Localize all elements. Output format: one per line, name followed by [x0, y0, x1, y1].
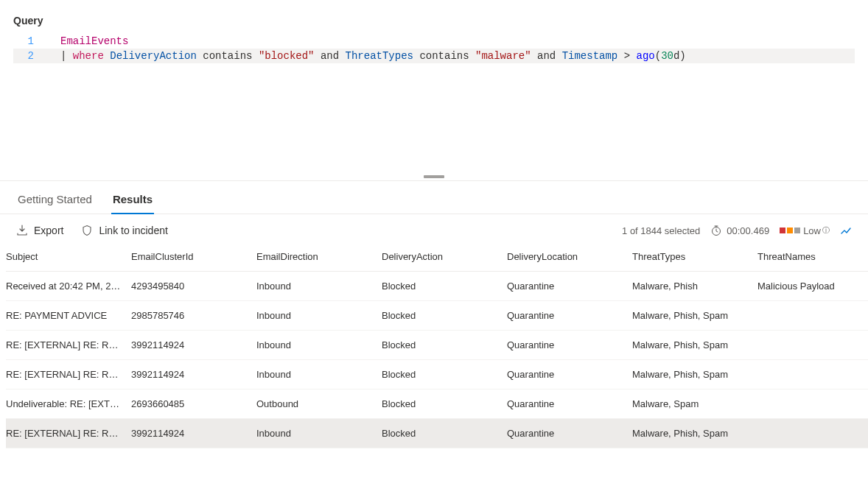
elapsed-time: 00:00.469	[710, 225, 769, 236]
cell-deliveryaction: Blocked	[382, 331, 507, 360]
cell-subject: RE: [EXTERNAL] RE: RE: …	[6, 360, 131, 389]
info-icon[interactable]: ⓘ	[822, 225, 830, 236]
col-deliverylocation[interactable]: DeliveryLocation	[507, 244, 632, 272]
cell-deliveryaction: Blocked	[382, 272, 507, 301]
cell-emailclusterid: 3992114924	[131, 360, 256, 389]
cell-emailclusterid: 2693660485	[131, 389, 256, 419]
cell-threattypes: Malware, Spam	[632, 389, 757, 419]
export-button[interactable]: Export	[16, 225, 63, 236]
col-threattypes[interactable]: ThreatTypes	[632, 244, 757, 272]
cell-subject: RE: [EXTERNAL] RE: RE: …	[6, 419, 131, 448]
results-tabs: Getting Started Results	[0, 181, 868, 214]
cell-emailclusterid: 3992114924	[131, 331, 256, 360]
table-row[interactable]: Undeliverable: RE: [EXTE…2693660485Outbo…	[6, 389, 868, 419]
token-field: ThreatTypes	[346, 50, 413, 62]
line-number: 2	[13, 49, 43, 63]
token-paren: (	[655, 50, 661, 62]
cell-threattypes: Malware, Phish, Spam	[632, 360, 757, 389]
token-paren: )	[679, 50, 685, 62]
severity-blocks-icon	[780, 228, 800, 233]
cell-emailclusterid: 2985785746	[131, 301, 256, 331]
cell-deliverylocation: Quarantine	[507, 360, 632, 389]
token-func: ago	[637, 50, 655, 62]
selection-status: 1 of 1844 selected	[622, 225, 700, 236]
cell-emaildirection: Inbound	[256, 360, 382, 389]
cell-deliverylocation: Quarantine	[507, 419, 632, 448]
cell-emailclusterid: 3992114924	[131, 419, 256, 448]
token-and: and	[321, 50, 339, 62]
token-pipe: |	[60, 50, 66, 62]
cell-deliverylocation: Quarantine	[507, 331, 632, 360]
cell-emaildirection: Outbound	[256, 389, 382, 419]
results-table-wrap: Subject EmailClusterId EmailDirection De…	[0, 244, 868, 448]
token-gt: >	[624, 50, 630, 62]
col-deliveryaction[interactable]: DeliveryAction	[382, 244, 507, 272]
col-emaildirection[interactable]: EmailDirection	[256, 244, 382, 272]
table-row[interactable]: RE: PAYMENT ADVICE2985785746InboundBlock…	[6, 301, 868, 331]
download-icon	[16, 225, 28, 236]
token-field: Timestamp	[562, 50, 618, 62]
token-string: "blocked"	[259, 50, 315, 62]
cell-threattypes: Malware, Phish	[632, 272, 757, 301]
cell-deliveryaction: Blocked	[382, 419, 507, 448]
table-row[interactable]: RE: [EXTERNAL] RE: RE: …3992114924Inboun…	[6, 419, 868, 448]
cell-subject: RE: [EXTERNAL] RE: RE: …	[6, 331, 131, 360]
tab-getting-started[interactable]: Getting Started	[16, 188, 94, 214]
token-field: DeliveryAction	[110, 50, 197, 62]
col-emailclusterid[interactable]: EmailClusterId	[131, 244, 256, 272]
export-label: Export	[34, 225, 63, 236]
results-toolbar: Export Link to incident 1 of 1844 select…	[0, 214, 868, 244]
cell-threatnames: Malicious Payload	[757, 272, 868, 301]
line-number: 1	[13, 34, 43, 49]
cell-subject: Undeliverable: RE: [EXTE…	[6, 389, 131, 419]
severity-indicator: Low ⓘ	[780, 225, 830, 236]
tab-results[interactable]: Results	[111, 188, 154, 214]
cell-deliverylocation: Quarantine	[507, 389, 632, 419]
clock-icon	[710, 225, 722, 236]
cell-subject: RE: PAYMENT ADVICE	[6, 301, 131, 331]
query-title: Query	[13, 15, 855, 27]
cell-threatnames	[757, 419, 868, 448]
chart-icon[interactable]	[840, 225, 852, 236]
cell-emailclusterid: 4293495840	[131, 272, 256, 301]
severity-label: Low	[803, 225, 821, 236]
cell-deliverylocation: Quarantine	[507, 272, 632, 301]
cell-emaildirection: Inbound	[256, 419, 382, 448]
pane-divider[interactable]	[0, 174, 868, 181]
line-content[interactable]: | where DeliveryAction contains "blocked…	[43, 49, 855, 63]
col-subject[interactable]: Subject	[6, 244, 131, 272]
table-row[interactable]: Received at 20:42 PM, 2…4293495840Inboun…	[6, 272, 868, 301]
toolbar-left: Export Link to incident	[16, 225, 168, 236]
editor-line[interactable]: 1 EmailEvents	[13, 34, 855, 49]
cell-deliveryaction: Blocked	[382, 389, 507, 419]
results-table: Subject EmailClusterId EmailDirection De…	[6, 244, 868, 448]
table-row[interactable]: RE: [EXTERNAL] RE: RE: …3992114924Inboun…	[6, 331, 868, 360]
editor-line[interactable]: 2 | where DeliveryAction contains "block…	[13, 49, 855, 63]
token-where: where	[73, 50, 104, 62]
cell-threattypes: Malware, Phish, Spam	[632, 331, 757, 360]
cell-emaildirection: Inbound	[256, 331, 382, 360]
elapsed-value: 00:00.469	[727, 225, 769, 236]
token-contains: contains	[203, 50, 252, 62]
cell-emaildirection: Inbound	[256, 272, 382, 301]
table-row[interactable]: RE: [EXTERNAL] RE: RE: …3992114924Inboun…	[6, 360, 868, 389]
cell-deliveryaction: Blocked	[382, 360, 507, 389]
token-number: 30	[661, 50, 673, 62]
cell-threatnames	[757, 389, 868, 419]
token-contains: contains	[419, 50, 469, 62]
cell-subject: Received at 20:42 PM, 2…	[6, 272, 131, 301]
link-to-incident-label: Link to incident	[99, 225, 167, 236]
toolbar-right: 1 of 1844 selected 00:00.469 Low ⓘ	[622, 225, 852, 236]
line-content[interactable]: EmailEvents	[43, 34, 855, 49]
query-editor[interactable]: 1 EmailEvents 2 | where DeliveryAction c…	[13, 34, 855, 63]
divider-handle-icon	[424, 175, 444, 178]
query-section: Query 1 EmailEvents 2 | where DeliveryAc…	[0, 0, 868, 63]
col-threatnames[interactable]: ThreatNames	[757, 244, 868, 272]
cell-threatnames	[757, 331, 868, 360]
link-to-incident-button[interactable]: Link to incident	[81, 225, 167, 236]
cell-deliverylocation: Quarantine	[507, 301, 632, 331]
cell-deliveryaction: Blocked	[382, 301, 507, 331]
token-table: EmailEvents	[60, 35, 128, 47]
cell-threatnames	[757, 301, 868, 331]
token-and: and	[537, 50, 556, 62]
